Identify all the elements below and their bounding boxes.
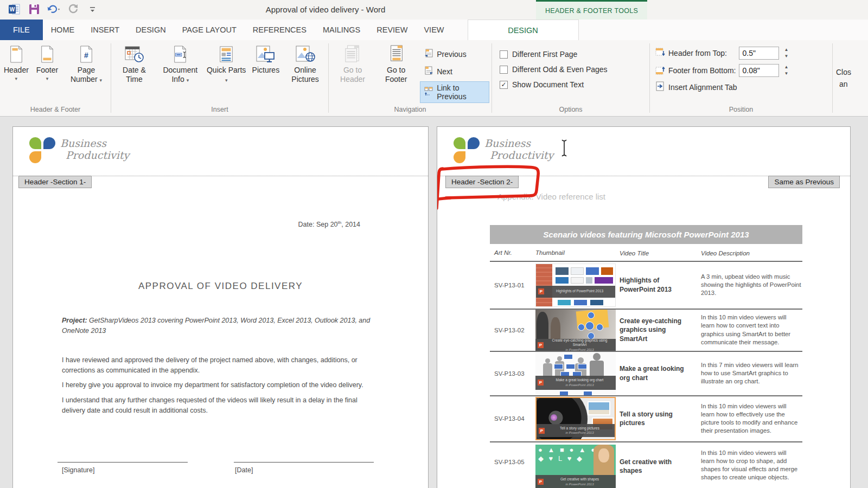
different-odd-even-checkbox[interactable]: Different Odd & Even Pages [500, 65, 608, 74]
page-1[interactable]: Business Productivity Header -Section 1-… [12, 126, 429, 488]
appendix-title: Appendix: Video reference list [485, 192, 618, 201]
document-date: Date: Sep 20th, 2014 [13, 220, 360, 228]
signature-line [58, 462, 188, 463]
dropdown-arrow-icon: ▾ [100, 78, 103, 83]
table-banner: Scenario videos featuring Microsoft Powe… [490, 225, 802, 244]
tab-review[interactable]: REVIEW [368, 20, 416, 40]
document-info-button[interactable]: Document Info ▾ [157, 42, 203, 85]
link-to-previous-button[interactable]: Link to Previous [420, 81, 489, 103]
table-row: SV-P13-04 P Tell a story using picturesi… [490, 396, 802, 442]
previous-icon [424, 49, 433, 60]
tab-mailings[interactable]: MAILINGS [315, 20, 368, 40]
svg-text:W: W [10, 7, 15, 12]
header-icon [8, 44, 24, 64]
go-to-footer-button[interactable]: Go to Footer [374, 42, 418, 85]
powerpoint-logo-icon: P [538, 380, 544, 386]
page-2[interactable]: Business Productivity Header -Section 2-… [437, 126, 851, 488]
window-title: Approval of video delivery - Word [163, 0, 488, 20]
checkbox-unchecked-icon [500, 50, 508, 59]
close-header-footer-button[interactable]: Clos an [833, 40, 851, 116]
document-workspace: Business Productivity Header -Section 1-… [0, 117, 868, 488]
header-section1-tab: Header -Section 1- [18, 176, 92, 188]
date-time-button[interactable]: Date & Time [111, 42, 157, 85]
date-placeholder: [Date] [235, 466, 253, 474]
quick-parts-button[interactable]: Quick Parts ▾ [203, 42, 250, 85]
show-document-text-checkbox[interactable]: ✓ Show Document Text [500, 80, 608, 89]
table-row: SV-P13-02 P Create eye-catching gra [490, 310, 802, 352]
group-position: Header from Top: 0.5" ▲▼ Footer from Bot… [650, 40, 832, 116]
link-to-previous-icon [424, 87, 433, 98]
undo-button[interactable] [47, 2, 61, 16]
tab-header-footer-design[interactable]: DESIGN [468, 20, 579, 40]
video-thumbnail: P Tell a story using picturesin PowerPoi… [535, 397, 616, 440]
footer-from-bottom-input[interactable]: 0.08" [739, 64, 779, 77]
page-number-button[interactable]: # Page Number ▾ [63, 42, 110, 85]
logo-text: Business Productivity [484, 138, 553, 162]
powerpoint-logo-icon: P [539, 428, 545, 434]
ribbon: Header ▾ Footer ▾ # Page Number ▾ Header… [0, 40, 868, 117]
video-reference-table: Scenario videos featuring Microsoft Powe… [490, 225, 802, 488]
document-info-icon [172, 44, 188, 64]
footer-icon [39, 44, 55, 64]
insert-alignment-tab-button[interactable]: Insert Alignment Tab [655, 81, 790, 93]
svg-text:#: # [84, 51, 88, 60]
checkbox-unchecked-icon [500, 66, 508, 74]
group-label-navigation: Navigation [329, 105, 492, 116]
title-bar: W Approval of video delivery - Word HEAD… [0, 0, 868, 20]
paragraph-2: I hereby give you approval to invoice my… [62, 380, 376, 390]
tab-insert[interactable]: INSERT [82, 20, 127, 40]
group-label-header-footer: Header & Footer [0, 105, 111, 116]
customize-quick-access-icon[interactable] [86, 2, 100, 16]
contextual-tool-label: HEADER & FOOTER TOOLS [536, 0, 647, 20]
footer-button[interactable]: Footer ▾ [34, 42, 61, 82]
logo-pinwheel-icon [452, 136, 480, 164]
next-button[interactable]: Next [420, 64, 489, 79]
go-to-footer-icon [387, 44, 405, 64]
document-heading: APPROVAL OF VIDEO DELIVERY [13, 281, 428, 292]
dropdown-arrow-icon: ▾ [225, 78, 228, 83]
tab-home[interactable]: HOME [43, 20, 83, 40]
business-productivity-logo: Business Productivity [452, 136, 553, 164]
footer-from-bottom-label: Footer from Bottom: [668, 66, 736, 75]
pictures-icon [256, 44, 276, 64]
header-button[interactable]: Header ▾ [1, 42, 31, 82]
next-icon [424, 66, 433, 77]
quick-access-toolbar: W [8, 2, 100, 16]
go-to-header-button[interactable]: Go to Header [331, 42, 374, 85]
header-from-top-stepper[interactable]: ▲▼ [782, 47, 790, 60]
table-row: SV-P13-01 P Highlights [490, 262, 802, 310]
group-navigation: Go to Header Go to Footer Previous Next … [329, 40, 492, 116]
dropdown-arrow-icon: ▾ [46, 76, 49, 81]
quick-parts-icon [218, 44, 234, 64]
signature-placeholder: [Signature] [62, 466, 94, 474]
page-number-icon: # [78, 44, 94, 64]
footer-from-bottom-icon [655, 65, 665, 76]
powerpoint-logo-icon: P [538, 342, 544, 348]
table-column-headers: Art Nr. Thumbnail Video Title Video Desc… [490, 244, 802, 262]
text-cursor [561, 139, 567, 157]
dropdown-arrow-icon: ▾ [15, 76, 18, 81]
online-pictures-button[interactable]: Online Pictures [282, 42, 328, 85]
date-line [234, 462, 374, 463]
col-header-art-nr: Art Nr. [490, 249, 535, 258]
tab-references[interactable]: REFERENCES [245, 20, 315, 40]
date-time-icon [124, 44, 144, 64]
save-button[interactable] [27, 2, 41, 16]
tab-page-layout[interactable]: PAGE LAYOUT [174, 20, 245, 40]
video-thumbnail: P Make a great looking org chartin Power… [535, 352, 616, 395]
project-line: Project: GetSharpVideos 2013 covering Po… [62, 316, 374, 336]
previous-button[interactable]: Previous [420, 47, 489, 62]
pictures-button[interactable]: Pictures [250, 42, 283, 76]
col-header-video-title: Video Title [620, 249, 701, 258]
tab-file[interactable]: FILE [0, 20, 43, 40]
different-first-page-checkbox[interactable]: Different First Page [500, 50, 608, 59]
table-row: SV-P13-05 ● ▲ ■ ● ▲ ●◆ ♥ L ♥ ◆ P Get cre… [490, 442, 802, 488]
header-from-top-input[interactable]: 0.5" [739, 47, 779, 60]
col-header-video-description: Video Description [701, 249, 802, 258]
business-productivity-logo: Business Productivity [28, 136, 129, 164]
redo-button[interactable] [66, 2, 80, 16]
footer-from-bottom-stepper[interactable]: ▲▼ [782, 64, 790, 77]
group-options: Different First Page Different Odd & Eve… [492, 40, 649, 116]
tab-view[interactable]: VIEW [416, 20, 452, 40]
tab-design[interactable]: DESIGN [127, 20, 174, 40]
